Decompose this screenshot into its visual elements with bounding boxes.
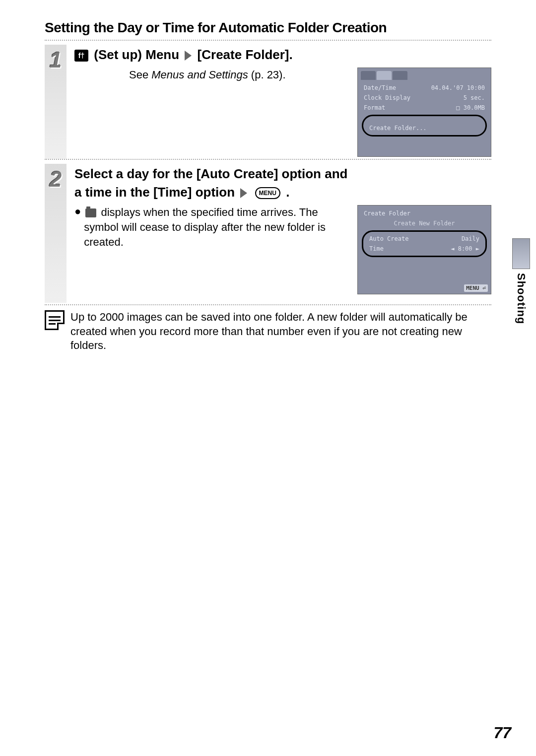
step1-heading-prefix: (Set up) Menu: [94, 47, 179, 62]
ss-row: Create New Folder: [361, 218, 488, 228]
page-title: Setting the Day or Time for Automatic Fo…: [45, 20, 491, 36]
note-block: Up to 2000 images can be saved into one …: [45, 304, 491, 353]
ss-row: Time ◄ 8:00 ►: [366, 244, 482, 254]
ss-value: 04.04.'07 10:00: [431, 84, 485, 91]
ss-label: Format: [364, 104, 385, 111]
step2-bullet: ● displays when the specified time arriv…: [74, 205, 351, 249]
ss-value: ◄ 8:00 ►: [451, 245, 479, 252]
step2-heading-line2-prefix: a time in the [Time] option: [74, 185, 235, 200]
step-number-1: 1: [50, 48, 62, 72]
step2-heading-line2-suffix: .: [286, 185, 289, 200]
note-memo-icon: [45, 310, 65, 330]
ss-tab-active: [377, 71, 392, 80]
ss-highlight-text: Create Folder...: [369, 125, 427, 132]
ss-tab: [361, 71, 376, 80]
step1-subtext: See Menus and Settings (p. 23).: [129, 68, 351, 82]
page-number: 77: [493, 724, 511, 742]
step1-heading-suffix: [Create Folder].: [198, 47, 293, 62]
step-2-heading: Select a day for the [Auto Create] optio…: [74, 165, 491, 201]
ss-row: Auto Create Daily: [366, 234, 482, 244]
ss-highlight-oval: Create Folder...: [362, 115, 487, 137]
step2-bullet-text: displays when the specified time arrives…: [84, 206, 326, 248]
screenshot-create-folder: Create Folder Create New Folder Auto Cre…: [357, 205, 491, 294]
setup-tools-icon: f†: [74, 50, 88, 62]
ss-title: Create Folder: [364, 210, 410, 217]
step1-subtext-prefix: See: [129, 69, 151, 81]
arrow-right-icon: [240, 188, 247, 198]
ss-value: □ 30.0MB: [456, 104, 485, 111]
ss-title-row: Create Folder: [361, 208, 488, 218]
ss-row: Clock Display 5 sec.: [361, 93, 488, 103]
screenshot-setup-menu: Date/Time 04.04.'07 10:00 Clock Display …: [357, 68, 491, 157]
ss-row: Date/Time 04.04.'07 10:00: [361, 83, 488, 93]
step-number-badge: 2: [45, 164, 67, 303]
ss-row-highlighted: Create Folder...: [366, 123, 482, 133]
step-2: 2 Select a day for the [Auto Create] opt…: [45, 159, 491, 294]
step-1-heading: f† (Set up) Menu [Create Folder].: [74, 46, 491, 64]
side-tab: Shooting: [511, 238, 531, 324]
bullet-icon: ●: [74, 205, 81, 218]
step-1: 1 f† (Set up) Menu [Create Folder]. See …: [45, 40, 491, 157]
side-tab-label: Shooting: [515, 273, 528, 324]
ss-label: Clock Display: [364, 94, 410, 101]
step2-heading-line1: Select a day for the [Auto Create] optio…: [74, 165, 491, 183]
side-tab-thumb-icon: [512, 238, 530, 269]
step-number-badge: 1: [45, 45, 67, 159]
ss-highlight-oval: Auto Create Daily Time ◄ 8:00 ►: [362, 230, 487, 257]
ss-label: Date/Time: [364, 84, 396, 91]
menu-button-icon: MENU: [255, 187, 280, 200]
folder-indicator-icon: [85, 208, 96, 217]
step-number-2: 2: [50, 167, 62, 192]
ss-menu-back: MENU ⏎: [464, 284, 488, 292]
ss-value: 5 sec.: [464, 94, 485, 101]
step1-subtext-suffix: (p. 23).: [248, 69, 286, 81]
note-text: Up to 2000 images can be saved into one …: [70, 310, 491, 353]
ss-row: Format □ 30.0MB: [361, 103, 488, 113]
ss-label: Auto Create: [369, 235, 408, 242]
ss-value: Daily: [462, 235, 479, 242]
ss-label: Time: [369, 245, 384, 252]
arrow-right-icon: [185, 51, 192, 61]
ss-row-label: Create New Folder: [394, 220, 455, 227]
step1-subtext-italic: Menus and Settings: [151, 69, 248, 81]
ss-tab: [393, 71, 407, 80]
